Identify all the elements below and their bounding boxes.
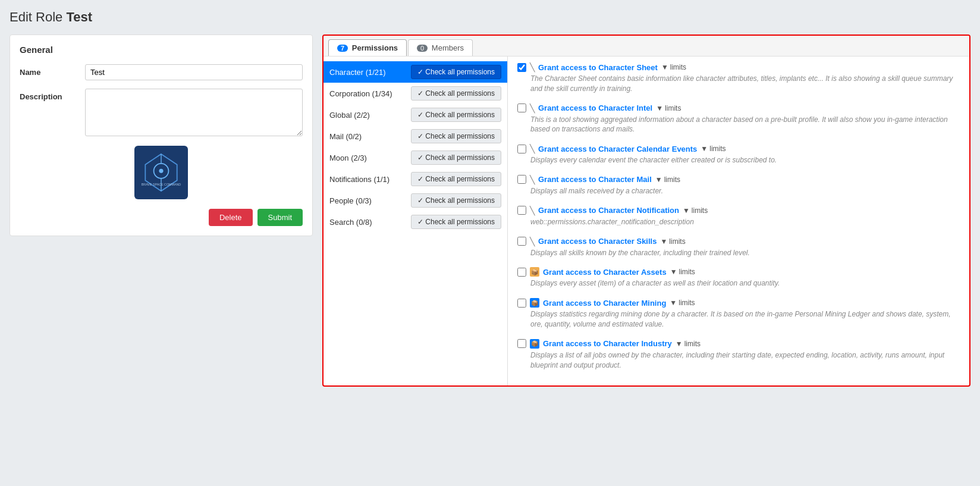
- name-input[interactable]: [85, 64, 303, 80]
- permission-description: Displays a list of all jobs owned by the…: [530, 350, 960, 371]
- permission-item: ╲Grant access to Character Calendar Even…: [517, 144, 960, 165]
- permission-item: ╲Grant access to Character Mail▼ limitsD…: [517, 175, 960, 196]
- submit-button[interactable]: Submit: [257, 209, 303, 226]
- permission-item: ╲Grant access to Character Notification▼…: [517, 206, 960, 227]
- category-item[interactable]: Moon (2/3)✓ Check all permissions: [323, 147, 507, 168]
- description-input[interactable]: [85, 89, 303, 136]
- permission-description: This is a tool showing aggregated inform…: [530, 115, 960, 135]
- filter-icon: ▼: [660, 237, 667, 246]
- name-field-group: Name: [20, 64, 303, 80]
- filter-icon: ▼: [676, 340, 683, 348]
- permission-header: 📦Grant access to Character Mining▼ limit…: [517, 298, 960, 308]
- check-all-button[interactable]: ✓ Check all permissions: [411, 172, 501, 186]
- tab-members[interactable]: 0 Members: [408, 39, 473, 56]
- permission-checkbox[interactable]: [517, 206, 526, 215]
- logo-area: BRAVE SPACE COMMAND: [20, 146, 303, 199]
- permission-limits[interactable]: ▼ limits: [656, 104, 681, 112]
- svg-text:BRAVE SPACE COMMAND: BRAVE SPACE COMMAND: [142, 183, 181, 186]
- check-all-button[interactable]: ✓ Check all permissions: [411, 129, 501, 143]
- category-name: Corporation (1/34): [329, 89, 392, 98]
- permission-checkbox[interactable]: [517, 268, 526, 277]
- category-item[interactable]: Notifications (1/1)✓ Check all permissio…: [323, 168, 507, 190]
- permission-checkbox[interactable]: [517, 63, 526, 72]
- filter-icon: ▼: [656, 104, 663, 112]
- permission-name[interactable]: Grant access to Character Industry: [543, 339, 672, 348]
- permission-header: 📦Grant access to Character Industry▼ lim…: [517, 339, 960, 349]
- permission-slash-icon: ╲: [530, 237, 535, 246]
- permission-description: Displays all mails received by a charact…: [530, 186, 960, 196]
- permission-limits[interactable]: ▼ limits: [660, 237, 685, 246]
- permission-header: 📦Grant access to Character Assets▼ limit…: [517, 267, 960, 277]
- category-name: People (0/3): [329, 196, 372, 205]
- category-name: Global (2/2): [329, 111, 370, 120]
- permission-checkbox[interactable]: [517, 104, 526, 112]
- right-panel: 7 Permissions 0 Members Character (1/21)…: [322, 35, 970, 387]
- delete-button[interactable]: Delete: [209, 209, 253, 226]
- filter-icon: ▼: [655, 175, 662, 184]
- permission-icon-badge: 📦: [530, 267, 539, 277]
- permission-checkbox[interactable]: [517, 299, 526, 308]
- permissions-tab-label: Permissions: [352, 43, 398, 52]
- permission-name[interactable]: Grant access to Character Sheet: [538, 63, 658, 72]
- permission-checkbox[interactable]: [517, 145, 526, 153]
- permission-item: 📦Grant access to Character Assets▼ limit…: [517, 267, 960, 289]
- check-all-button[interactable]: ✓ Check all permissions: [411, 108, 501, 122]
- permission-icon-badge: 📦: [530, 339, 539, 349]
- permission-description: Displays all skills known by the charact…: [530, 248, 960, 258]
- permission-name[interactable]: Grant access to Character Skills: [538, 237, 657, 246]
- permission-description: Displays statistics regarding mining don…: [530, 309, 960, 330]
- filter-icon: ▼: [683, 206, 690, 215]
- permission-limits[interactable]: ▼ limits: [701, 145, 725, 153]
- permission-header: ╲Grant access to Character Intel▼ limits: [517, 104, 960, 113]
- permission-limits[interactable]: ▼ limits: [655, 175, 680, 184]
- filter-icon: ▼: [670, 268, 677, 276]
- permissions-layout: Character (1/21)✓ Check all permissionsC…: [323, 57, 969, 385]
- permission-item: ╲Grant access to Character Skills▼ limit…: [517, 237, 960, 258]
- permission-header: ╲Grant access to Character Calendar Even…: [517, 144, 960, 153]
- description-label: Description: [20, 89, 85, 101]
- category-item[interactable]: Character (1/21)✓ Check all permissions: [323, 61, 507, 83]
- permission-checkbox[interactable]: [517, 339, 526, 348]
- check-all-button[interactable]: ✓ Check all permissions: [411, 150, 501, 165]
- permission-slash-icon: ╲: [530, 206, 535, 215]
- check-all-button[interactable]: ✓ Check all permissions: [411, 193, 501, 208]
- logo-image: BRAVE SPACE COMMAND: [134, 146, 188, 199]
- description-field-group: Description: [20, 89, 303, 136]
- check-all-button[interactable]: ✓ Check all permissions: [411, 86, 501, 101]
- check-all-button[interactable]: ✓ Check all permissions: [411, 65, 501, 79]
- permissions-tab-badge: 7: [337, 45, 348, 52]
- permission-description: The Character Sheet contains basic infor…: [530, 74, 960, 94]
- svg-point-4: [159, 169, 163, 173]
- members-tab-label: Members: [432, 43, 464, 52]
- category-item[interactable]: People (0/3)✓ Check all permissions: [323, 190, 507, 211]
- permission-limits[interactable]: ▼ limits: [661, 63, 686, 71]
- category-item[interactable]: Corporation (1/34)✓ Check all permission…: [323, 83, 507, 104]
- filter-icon: ▼: [670, 299, 677, 307]
- permission-header: ╲Grant access to Character Notification▼…: [517, 206, 960, 215]
- permission-description: Displays every calendar event the charac…: [530, 155, 960, 165]
- permission-limits[interactable]: ▼ limits: [683, 206, 708, 215]
- left-panel: General Name Description: [10, 35, 313, 236]
- permission-name[interactable]: Grant access to Character Mining: [543, 299, 666, 308]
- permission-limits[interactable]: ▼ limits: [670, 268, 695, 276]
- category-item[interactable]: Global (2/2)✓ Check all permissions: [323, 104, 507, 126]
- category-item[interactable]: Search (0/8)✓ Check all permissions: [323, 211, 507, 233]
- form-button-row: Delete Submit: [20, 209, 303, 226]
- permission-name[interactable]: Grant access to Character Assets: [543, 268, 667, 277]
- tab-permissions[interactable]: 7 Permissions: [328, 39, 407, 56]
- permission-checkbox[interactable]: [517, 237, 526, 246]
- category-item[interactable]: Mail (0/2)✓ Check all permissions: [323, 126, 507, 147]
- permission-name[interactable]: Grant access to Character Mail: [538, 175, 652, 184]
- permission-limits[interactable]: ▼ limits: [676, 340, 701, 348]
- permission-checkbox[interactable]: [517, 175, 526, 184]
- permission-limits[interactable]: ▼ limits: [670, 299, 695, 307]
- permission-name[interactable]: Grant access to Character Intel: [538, 104, 652, 112]
- check-all-button[interactable]: ✓ Check all permissions: [411, 215, 501, 229]
- permission-description: Displays every asset (item) of a charact…: [530, 278, 960, 289]
- permission-name[interactable]: Grant access to Character Notification: [538, 206, 679, 215]
- category-name: Search (0/8): [329, 218, 372, 227]
- permission-name[interactable]: Grant access to Character Calendar Event…: [538, 145, 697, 153]
- name-label: Name: [20, 64, 85, 77]
- category-name: Mail (0/2): [329, 132, 362, 141]
- permission-header: ╲Grant access to Character Skills▼ limit…: [517, 237, 960, 246]
